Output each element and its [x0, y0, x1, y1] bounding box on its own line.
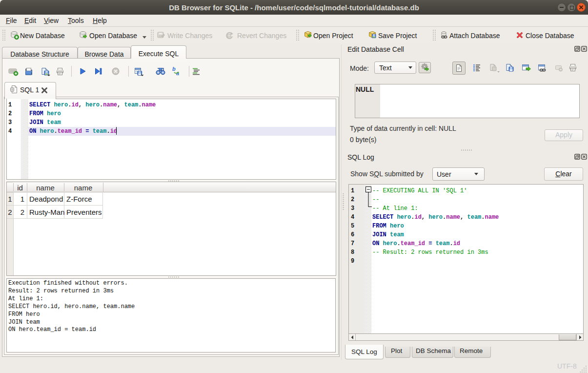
svg-text:b: b	[172, 66, 176, 72]
